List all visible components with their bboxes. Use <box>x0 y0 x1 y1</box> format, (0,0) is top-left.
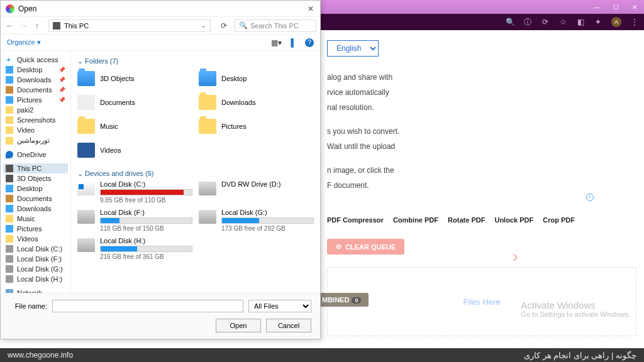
folder-item[interactable]: Desktop <box>199 68 314 89</box>
page-footer: www.chegoone.info چگونه | راهی برای انجا… <box>0 348 644 362</box>
search-icon: 🔍 <box>239 21 248 30</box>
dialog-footer: File name: All Files Open Cancel <box>1 293 320 339</box>
combined-button[interactable]: MBINED0 <box>314 293 369 307</box>
sidebar-item[interactable]: Downloads <box>3 204 68 214</box>
folder-item[interactable]: Downloads <box>199 92 314 113</box>
folder-icon <box>6 126 13 134</box>
drive-item[interactable]: DVD RW Drive (D:) <box>199 180 314 204</box>
sidebar-this-pc[interactable]: This PC <box>3 163 68 173</box>
sidebar-item[interactable]: Videos <box>3 234 68 244</box>
filetype-select[interactable]: All Files <box>248 300 311 312</box>
dialog-title: Open <box>18 4 306 13</box>
folder-icon <box>6 235 13 243</box>
pin-icon: 📌 <box>58 87 65 93</box>
cancel-button[interactable]: Cancel <box>266 319 311 332</box>
sidebar-item[interactable]: Music <box>3 214 68 224</box>
menu-icon[interactable]: ⋮ <box>630 18 639 26</box>
folder-icon <box>77 143 95 158</box>
folder-item[interactable]: Videos <box>77 140 192 161</box>
drive-icon <box>199 182 216 195</box>
sidebar-item[interactable]: Desktop📌 <box>3 65 68 75</box>
zoom-icon[interactable]: 🔍 <box>506 18 514 26</box>
path-breadcrumb[interactable]: This PC ⌄ <box>48 19 211 32</box>
tool-combine[interactable]: Combine PDF <box>393 216 438 224</box>
sidebar-item[interactable]: 3D Objects <box>3 173 68 184</box>
sidebar-item[interactable]: Screenshots <box>3 115 68 125</box>
sidebar-network[interactable]: Network <box>3 288 68 293</box>
sidebar-item[interactable]: Pictures <box>3 224 68 234</box>
sidebar-item[interactable]: Local Disk (G:) <box>3 264 68 274</box>
drives-heading[interactable]: Devices and drives (5) <box>77 167 314 180</box>
view-button[interactable]: ▦▾ <box>271 38 282 47</box>
next-arrow-icon[interactable]: › <box>513 246 518 266</box>
folder-item[interactable]: 3D Objects <box>77 68 192 89</box>
folder-icon <box>6 215 13 222</box>
filename-label: File name: <box>9 302 47 310</box>
ad-info-icon[interactable]: i <box>586 194 594 201</box>
reload-icon[interactable]: ⟳ <box>541 18 550 26</box>
up-button[interactable]: ↑ <box>32 21 42 30</box>
dialog-close-button[interactable]: ✕ <box>306 4 315 13</box>
page-text: alog and share with <box>327 72 636 83</box>
pdf-tool-links: PDF Compressor Combine PDF Rotate PDF Un… <box>327 216 636 224</box>
min-button[interactable]: — <box>587 0 606 14</box>
organize-menu[interactable]: Organize ▾ <box>7 38 41 47</box>
clear-queue-button[interactable]: ⊘CLEAR QUEUE <box>327 239 404 255</box>
drive-item[interactable]: Local Disk (F:)118 GB free of 150 GB <box>77 209 192 232</box>
folder-icon <box>6 106 13 114</box>
drive-item[interactable]: Local Disk (C:)9.85 GB free of 110 GB <box>77 180 192 204</box>
folder-item[interactable]: Pictures <box>199 116 314 137</box>
filename-input[interactable] <box>52 300 243 312</box>
sidebar-item[interactable]: Local Disk (F:) <box>3 254 68 264</box>
folder-item[interactable]: Music <box>77 116 192 137</box>
sidebar-item[interactable]: Documents <box>3 194 68 204</box>
dialog-titlebar: Open ✕ <box>1 1 320 17</box>
forward-button[interactable]: → <box>18 21 28 30</box>
sidebar-item[interactable]: Local Disk (H:) <box>3 274 68 284</box>
folder-icon <box>199 71 216 86</box>
sidebar-item[interactable]: paki2 <box>3 105 68 115</box>
folder-icon <box>6 195 13 202</box>
ext1-icon[interactable]: ◧ <box>576 18 585 26</box>
ext2-icon[interactable]: ✦ <box>594 18 602 26</box>
folder-icon <box>6 225 13 233</box>
tool-compress[interactable]: PDF Compressor <box>327 216 384 224</box>
max-button[interactable]: ☐ <box>606 0 625 14</box>
drive-item[interactable]: Local Disk (G:)173 GB free of 292 GB <box>199 209 314 232</box>
preview-button[interactable]: ▌ <box>291 38 296 47</box>
folders-heading[interactable]: Folders (7) <box>77 55 314 68</box>
bookmark-icon[interactable]: ☆ <box>558 18 567 26</box>
activate-watermark: Activate Windows Go to Settings to activ… <box>521 300 630 318</box>
tool-unlock[interactable]: Unlock PDF <box>494 216 533 224</box>
sidebar-item[interactable]: توربوماشین <box>3 135 68 146</box>
language-select[interactable]: English <box>327 40 379 57</box>
sidebar-onedrive[interactable]: OneDrive <box>3 150 68 160</box>
folder-icon <box>6 175 13 182</box>
refresh-button[interactable]: ⟳ <box>217 21 231 30</box>
folder-icon <box>6 255 13 263</box>
folder-icon <box>6 76 13 84</box>
sidebar-item[interactable]: Desktop <box>3 184 68 194</box>
sidebar-item[interactable]: Video <box>3 125 68 135</box>
tool-crop[interactable]: Crop PDF <box>543 216 575 224</box>
drive-icon <box>199 210 216 224</box>
close-button[interactable]: ✕ <box>625 0 644 14</box>
folder-icon <box>6 205 13 212</box>
avatar[interactable]: A <box>611 17 621 27</box>
tool-rotate[interactable]: Rotate PDF <box>448 216 485 224</box>
drive-item[interactable]: Local Disk (H:)216 GB free of 361 GB <box>77 237 192 260</box>
folder-icon <box>77 119 95 134</box>
back-button[interactable]: ← <box>4 21 14 30</box>
search-input[interactable]: 🔍 Search This PC <box>235 19 316 32</box>
folder-icon <box>199 95 216 110</box>
sidebar-item[interactable]: Pictures📌 <box>3 95 68 105</box>
folder-icon <box>77 95 95 110</box>
sidebar-item[interactable]: Downloads📌 <box>3 75 68 85</box>
info-icon[interactable]: ⓘ <box>523 18 532 26</box>
folder-item[interactable]: Documents <box>77 92 192 113</box>
sidebar-item[interactable]: Documents📌 <box>3 85 68 95</box>
sidebar-item[interactable]: Local Disk (C:) <box>3 244 68 254</box>
sidebar-quick-access[interactable]: ✦Quick access <box>3 55 68 65</box>
help-button[interactable]: ? <box>305 38 314 47</box>
open-button[interactable]: Open <box>216 319 261 332</box>
